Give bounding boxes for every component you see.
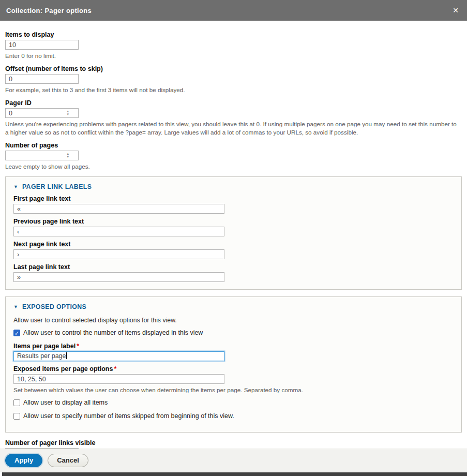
text-caret <box>66 352 67 359</box>
control-items-checkbox-row[interactable]: ✓ Allow user to control the number of it… <box>13 329 454 337</box>
pager-options-dialog: Collection: Pager options ✕ Items to dis… <box>0 0 467 476</box>
spin-down-icon[interactable]: ▾ <box>67 113 69 116</box>
number-of-pages-description: Leave empty to show all pages. <box>5 162 460 171</box>
pager-id-description: Unless you're experiencing problems with… <box>5 120 460 137</box>
last-page-link-input[interactable] <box>13 272 224 282</box>
items-to-display-input[interactable] <box>5 40 79 50</box>
cancel-button[interactable]: Cancel <box>48 454 88 467</box>
page-background-strip <box>2 472 467 476</box>
display-all-checkbox-label: Allow user to display all items <box>23 399 108 407</box>
apply-button[interactable]: Apply <box>5 454 42 467</box>
required-asterisk: * <box>114 365 116 373</box>
display-all-checkbox-row[interactable]: ✓ Allow user to display all items <box>13 399 454 407</box>
offset-input[interactable] <box>5 74 79 84</box>
previous-page-link-field: Previous page link text <box>13 218 454 236</box>
first-page-link-label: First page link text <box>13 195 454 202</box>
exposed-options-description: Allow user to control selected display o… <box>13 316 454 324</box>
required-asterisk: * <box>77 343 79 350</box>
last-page-link-field: Last page link text <box>13 263 454 282</box>
exposed-options-legend[interactable]: ▼ EXPOSED OPTIONS <box>13 302 454 315</box>
offset-label: Offset (number of items to skip) <box>5 65 462 72</box>
items-to-display-label: Items to display <box>5 31 462 38</box>
check-icon: ✓ <box>14 330 20 337</box>
offset-field: Offset (number of items to skip) For exa… <box>5 65 462 94</box>
offset-description: For example, set this to 3 and the first… <box>5 86 460 94</box>
previous-page-link-label: Previous page link text <box>13 218 454 225</box>
dialog-content: Items to display Enter 0 for no limit. O… <box>0 21 467 449</box>
chevron-down-icon: ▼ <box>13 305 18 309</box>
number-spinner-icon[interactable]: ▴ ▾ <box>67 152 69 158</box>
pager-links-visible-field: Number of pager links visible Specify th… <box>5 439 462 449</box>
dialog-footer: Apply Cancel <box>0 449 467 472</box>
next-page-link-input[interactable] <box>13 249 224 259</box>
pager-links-visible-label: Number of pager links visible <box>5 439 462 447</box>
spin-down-icon[interactable]: ▾ <box>67 155 69 158</box>
checkbox-unchecked-icon[interactable]: ✓ <box>13 399 20 406</box>
number-of-pages-label: Number of pages <box>5 142 462 149</box>
legend-label: EXPOSED OPTIONS <box>22 303 86 310</box>
items-per-page-options-label: Exposed items per page options* <box>13 365 454 373</box>
items-to-display-description: Enter 0 for no limit. <box>5 52 460 60</box>
offset-checkbox-row[interactable]: ✓ Allow user to specify number of items … <box>13 412 454 420</box>
dialog-title: Collection: Pager options <box>6 7 92 14</box>
items-per-page-label-input[interactable]: Results per page <box>13 351 224 361</box>
chevron-down-icon: ▼ <box>13 185 18 189</box>
previous-page-link-input[interactable] <box>13 227 224 236</box>
items-per-page-options-field: Exposed items per page options* Set betw… <box>13 365 454 394</box>
exposed-options-fieldset: ▼ EXPOSED OPTIONS Allow user to control … <box>5 296 462 433</box>
offset-checkbox-label: Allow user to specify number of items sk… <box>23 412 234 420</box>
pager-link-labels-fieldset: ▼ PAGER LINK LABELS First page link text… <box>5 176 462 290</box>
first-page-link-input[interactable] <box>13 204 224 214</box>
next-page-link-label: Next page link text <box>13 241 454 248</box>
dialog-header: Collection: Pager options ✕ <box>0 0 467 21</box>
items-per-page-label-field: Items per page label* Results per page <box>13 343 454 361</box>
legend-label: PAGER LINK LABELS <box>22 183 92 190</box>
first-page-link-field: First page link text <box>13 195 454 214</box>
items-per-page-options-input[interactable] <box>13 374 224 384</box>
number-of-pages-field: Number of pages ▴ ▾ Leave empty to show … <box>5 142 462 171</box>
items-per-page-label-label: Items per page label* <box>13 343 454 350</box>
items-per-page-options-description: Set between which values the user can ch… <box>13 386 454 394</box>
pager-link-labels-legend[interactable]: ▼ PAGER LINK LABELS <box>13 182 454 195</box>
pager-id-field: Pager ID ▴ ▾ Unless you're experiencing … <box>5 99 462 137</box>
next-page-link-field: Next page link text <box>13 241 454 259</box>
items-to-display-field: Items to display Enter 0 for no limit. <box>5 31 462 60</box>
last-page-link-label: Last page link text <box>13 263 454 271</box>
number-spinner-icon[interactable]: ▴ ▾ <box>67 110 69 116</box>
checkbox-checked-icon[interactable]: ✓ <box>13 330 20 336</box>
pager-id-label: Pager ID <box>5 99 462 107</box>
close-icon[interactable]: ✕ <box>450 6 461 15</box>
control-items-checkbox-label: Allow user to control the number of item… <box>23 329 203 337</box>
checkbox-unchecked-icon[interactable]: ✓ <box>13 413 20 420</box>
